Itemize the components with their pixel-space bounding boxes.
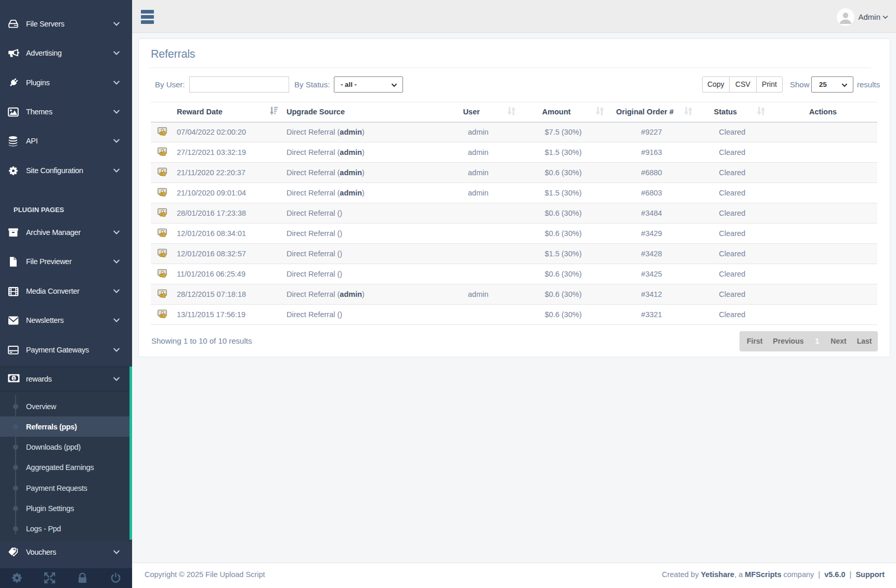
svg-text:1: 1 — [12, 376, 15, 381]
